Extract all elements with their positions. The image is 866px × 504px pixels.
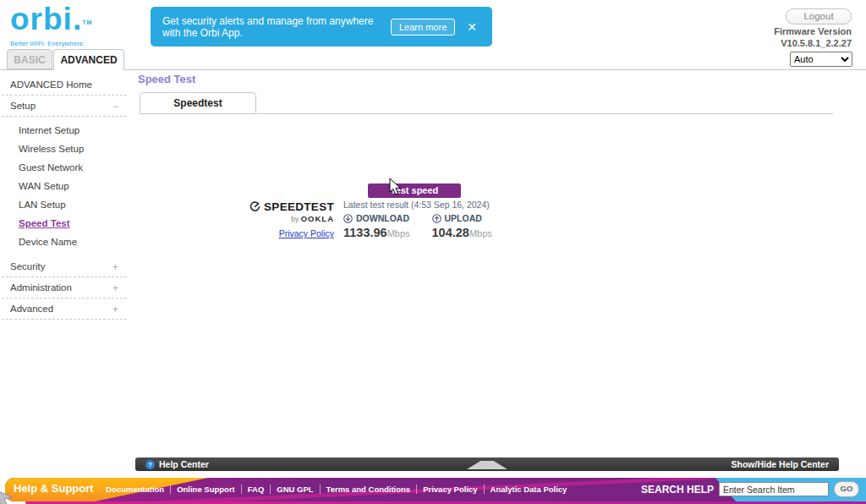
tab-basic[interactable]: BASIC [7, 49, 52, 69]
tab-advanced[interactable]: ADVANCED [53, 49, 124, 70]
search-help-label: SEARCH HELP [641, 484, 714, 496]
footer-links: Documentation Online Support FAQ GNU GPL… [100, 485, 573, 494]
download-unit: Mbps [387, 228, 410, 238]
download-label: DOWNLOAD [356, 213, 409, 223]
download-value: 1133.96Mbps [343, 226, 410, 239]
collapse-icon[interactable]: − [112, 101, 118, 112]
sidebar-item-wireless-setup[interactable]: Wireless Setup [0, 140, 129, 158]
expand-icon[interactable]: + [112, 261, 118, 273]
firmware-label: Firmware Version [774, 25, 852, 37]
footer-search: SEARCH HELP GO [641, 481, 859, 497]
show-hide-help-center[interactable]: Show/Hide Help Center [731, 459, 829, 469]
sidebar-section-advanced[interactable]: Advanced + [0, 299, 129, 319]
sidebar-section-administration[interactable]: Administration + [0, 277, 129, 298]
close-icon[interactable]: ✕ [463, 19, 480, 35]
sidebar-item-wan-setup[interactable]: WAN Setup [0, 177, 129, 195]
help-center-bar: ? Help Center Show/Hide Help Center [135, 457, 839, 471]
footer-link-faq[interactable]: FAQ [241, 485, 271, 494]
sidebar-item-advanced-home[interactable]: ADVANCED Home [0, 74, 129, 95]
help-center-label[interactable]: Help Center [159, 459, 209, 469]
upload-result: UPLOAD 104.28Mbps [432, 213, 492, 239]
footer-link-documentation[interactable]: Documentation [100, 485, 170, 494]
speedtest-results: Latest test result (4:53 Sep 16, 2024) D… [343, 200, 491, 239]
download-result: DOWNLOAD 1133.96Mbps [343, 213, 410, 239]
upload-label: UPLOAD [445, 213, 482, 223]
sidebar-divider [2, 319, 127, 320]
banner-message: Get security alerts and manage from anyw… [162, 15, 382, 39]
firmware-version: Firmware Version V10.5.8.1_2.2.27 [774, 25, 852, 50]
test-speed-button[interactable]: Test speed [368, 184, 461, 198]
expand-icon[interactable]: + [112, 282, 118, 294]
sidebar-item-speed-test[interactable]: Speed Test [0, 214, 129, 233]
upload-unit: Mbps [469, 228, 492, 238]
help-center-expand-handle[interactable] [467, 461, 507, 469]
sidebar-item-lan-setup[interactable]: LAN Setup [0, 195, 129, 214]
help-icon[interactable]: ? [145, 460, 155, 469]
help-support-title: Help & Support [14, 482, 94, 495]
sidebar-item-device-name[interactable]: Device Name [0, 233, 129, 251]
firmware-value: V10.5.8.1_2.2.27 [774, 37, 852, 49]
logo-tagline: Better WiFi. Everywhere. [10, 40, 92, 47]
sidebar-setup-sublist: Internet Setup Wireless Setup Guest Netw… [0, 117, 129, 256]
ookla-byline: by OOKLA [248, 214, 334, 223]
orbi-wordmark: orbi.TM [10, 3, 92, 39]
speedtest-ookla-logo: SPEEDTEST by OOKLA Privacy Policy [248, 200, 334, 240]
app-promo-banner: Get security alerts and manage from anyw… [151, 7, 492, 47]
learn-more-button[interactable]: Learn more [391, 19, 455, 36]
footer-link-gnu-gpl[interactable]: GNU GPL [270, 485, 319, 494]
upload-value: 104.28Mbps [432, 226, 492, 239]
logout-button[interactable]: Logout [786, 8, 852, 25]
footer-link-online-support[interactable]: Online Support [170, 485, 241, 494]
sidebar-section-security[interactable]: Security + [0, 256, 129, 277]
search-help-input[interactable] [719, 482, 829, 496]
go-button[interactable]: GO [834, 481, 859, 497]
footer: Help & Support Documentation Online Supp… [0, 478, 866, 504]
content-tabstrip: Speedtest [140, 93, 833, 114]
tab-speedtest[interactable]: Speedtest [140, 92, 256, 113]
download-icon [343, 214, 353, 223]
speedtest-wordmark: SPEEDTEST [264, 200, 334, 213]
expand-icon[interactable]: + [112, 304, 118, 315]
footer-link-terms[interactable]: Terms and Conditions [320, 485, 417, 494]
latest-result-text: Latest test result (4:53 Sep 16, 2024) [343, 200, 491, 210]
sidebar-item-internet-setup[interactable]: Internet Setup [0, 121, 129, 140]
sidebar-section-setup[interactable]: Setup − [0, 96, 129, 116]
privacy-policy-link[interactable]: Privacy Policy [279, 228, 334, 238]
sidebar-item-guest-network[interactable]: Guest Network [0, 158, 129, 177]
sidebar-nav: ADVANCED Home Setup − Internet Setup Wir… [0, 74, 129, 320]
upload-icon [432, 214, 441, 223]
footer-link-analytic-data-policy[interactable]: Analytic Data Policy [484, 485, 573, 494]
footer-link-privacy-policy[interactable]: Privacy Policy [416, 485, 483, 494]
page-title: Speed Test [138, 73, 195, 85]
tab-bar-divider [0, 69, 866, 70]
gauge-icon [249, 201, 260, 212]
mouse-cursor-icon [389, 178, 403, 196]
orbi-logo: orbi.TM Better WiFi. Everywhere. [10, 3, 92, 47]
trademark-symbol: TM [82, 19, 92, 25]
language-select[interactable]: Auto [790, 52, 852, 67]
